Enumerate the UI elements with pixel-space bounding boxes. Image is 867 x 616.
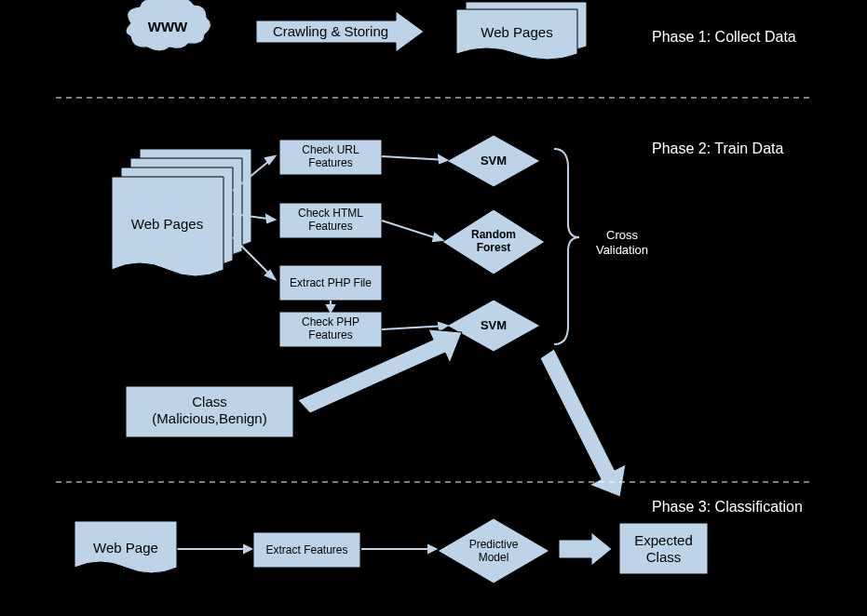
check-php-label: Check PHP Features [279, 315, 382, 342]
predmodel-label: Predictive Model [461, 538, 526, 565]
expected-label: Expected Class [619, 532, 708, 566]
webpage-label: Web Page [79, 540, 172, 556]
phase1-label: Phase 1: Collect Data [652, 28, 838, 46]
crossval-arrow [540, 349, 626, 497]
www-label: WWW [144, 19, 191, 35]
svm2-label: SVM [466, 318, 522, 333]
brace-icon [554, 149, 579, 344]
webpages-left [112, 149, 251, 276]
phase2-label: Phase 2: Train Data [652, 140, 838, 157]
extract-feat-label: Extract Features [253, 543, 360, 556]
webpages-left-label: Web Pages [114, 216, 221, 233]
svg-line-4 [382, 156, 447, 160]
extract-php-label: Extract PHP File [279, 276, 382, 289]
webpages-top-label: Web Pages [466, 24, 568, 41]
svm1-label: SVM [466, 154, 522, 168]
check-url-label: Check URL Features [279, 143, 382, 170]
crossval-label: Cross Validation [585, 228, 659, 257]
class-label: Class (Malicious,Benign) [126, 394, 293, 427]
expected-arrow [559, 532, 612, 566]
rf-label: Random Forest [461, 228, 526, 255]
check-html-label: Check HTML Features [279, 207, 382, 234]
phase3-label: Phase 3: Classification [652, 498, 857, 516]
crawl-label: Crawling & Storing [261, 23, 400, 40]
svg-line-6 [382, 326, 447, 329]
